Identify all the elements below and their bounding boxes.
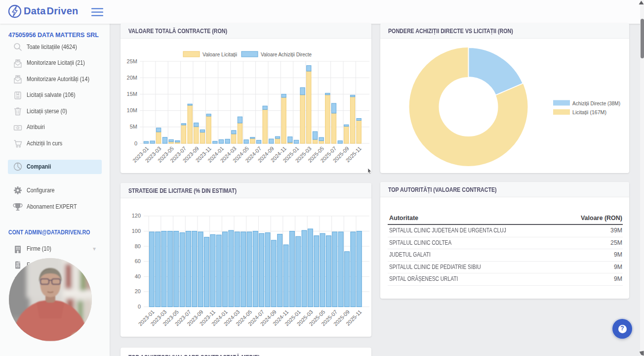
svg-text:0: 0 [134, 140, 137, 146]
svg-text:Licitații (167M): Licitații (167M) [572, 109, 606, 115]
svg-text:60: 60 [135, 258, 141, 264]
svg-text:40: 40 [135, 273, 141, 279]
svg-text:100: 100 [132, 228, 141, 234]
svg-text:5M: 5M [130, 124, 137, 130]
svg-text:20M: 20M [127, 75, 137, 81]
svg-text:0: 0 [138, 304, 141, 310]
svg-text:15M: 15M [127, 91, 137, 97]
svg-text:Achiziții Directe (38M): Achiziții Directe (38M) [572, 100, 620, 106]
svg-text:120: 120 [132, 213, 141, 219]
svg-text:20: 20 [135, 288, 141, 294]
svg-text:80: 80 [135, 243, 141, 249]
svg-text:10M: 10M [127, 107, 137, 113]
svg-text:Valoare Achiziții Directe: Valoare Achiziții Directe [261, 51, 312, 57]
svg-text:25M: 25M [127, 58, 137, 64]
svg-text:Valoare Licitații: Valoare Licitații [202, 51, 237, 57]
